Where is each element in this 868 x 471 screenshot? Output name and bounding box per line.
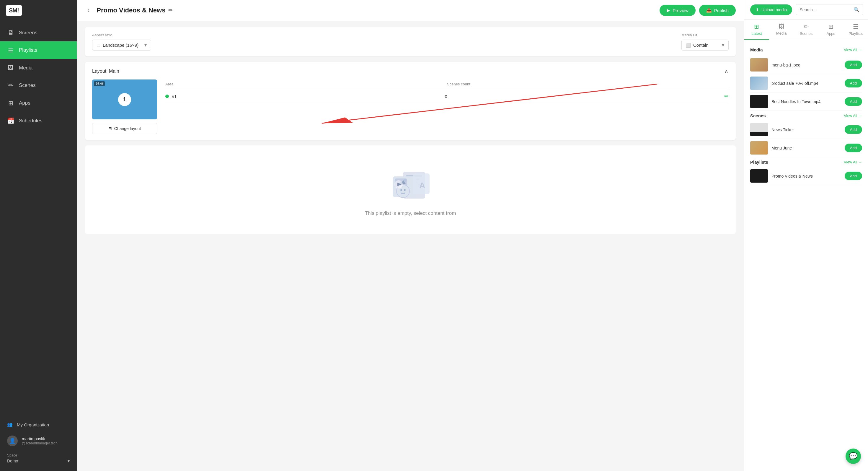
publish-button[interactable]: 📤 Publish xyxy=(699,5,736,16)
layout-card: Layout: Main ∧ 16×9 1 ⊞ Change layout xyxy=(85,62,736,140)
change-layout-label: Change layout xyxy=(114,126,141,131)
tab-media-label: Media xyxy=(776,31,786,35)
empty-state-card: A This playlist is empty, select content… xyxy=(85,145,736,234)
playlist-thumbnail xyxy=(750,169,768,183)
media-item-name: product sale 70% off.mp4 xyxy=(771,81,841,86)
sidebar-item-label: Schedules xyxy=(19,118,42,124)
aspect-ratio-group: Aspect ratio ▭ Landscape (16×9) ▾ xyxy=(92,33,151,51)
space-value: Demo xyxy=(7,459,18,463)
layout-label: Layout: xyxy=(92,68,109,73)
media-fit-group: Media Fit ⬜ Contain ▾ xyxy=(681,33,728,51)
tab-apps[interactable]: ⊞ Apps xyxy=(818,20,843,40)
apps-icon: ⊞ xyxy=(7,99,14,107)
add-media-0-button[interactable]: Add xyxy=(845,61,862,69)
back-button[interactable]: ‹ xyxy=(85,5,92,16)
media-view-all[interactable]: View All → xyxy=(844,48,862,52)
upload-media-button[interactable]: ⬆ Upload media xyxy=(750,4,792,15)
edit-title-icon[interactable]: ✏ xyxy=(168,7,173,13)
tab-apps-label: Apps xyxy=(826,31,835,36)
list-item: Promo Videos & News Add xyxy=(750,167,862,185)
aspect-ratio-select[interactable]: ▭ Landscape (16×9) ▾ xyxy=(92,39,151,51)
add-media-1-button[interactable]: Add xyxy=(845,79,862,87)
sidebar-item-schedules[interactable]: 📅 Schedules xyxy=(0,112,77,130)
org-item[interactable]: 👥 My Organization xyxy=(0,418,77,432)
thumb-playlist xyxy=(750,169,768,183)
user-item[interactable]: 👤 martin.pavlik @screenmanager.tech xyxy=(0,432,77,450)
upload-label: Upload media xyxy=(762,7,787,12)
upload-icon: ⬆ xyxy=(755,7,759,12)
areas-header: Area Scenes count xyxy=(165,80,728,89)
chat-button[interactable]: 💬 xyxy=(845,448,861,464)
chat-icon: 💬 xyxy=(849,452,858,460)
settings-row: Aspect ratio ▭ Landscape (16×9) ▾ Media … xyxy=(92,33,728,51)
media-fit-label: Media Fit xyxy=(681,33,728,37)
layout-name: Main xyxy=(109,68,119,73)
add-scene-0-button[interactable]: Add xyxy=(845,125,862,134)
preview-area-circle: 1 xyxy=(118,93,131,106)
media-item-name: Best Noodles In Town.mp4 xyxy=(771,99,841,104)
sidebar-item-apps[interactable]: ⊞ Apps xyxy=(0,94,77,112)
media-fit-value: Contain xyxy=(693,42,709,48)
tab-playlists-label: Playlists xyxy=(848,31,863,36)
org-label: My Organization xyxy=(17,422,49,427)
area-col-header: Area xyxy=(165,82,447,86)
preview-button[interactable]: ▶ Preview xyxy=(659,5,695,16)
tab-media[interactable]: 🖼 Media xyxy=(769,20,794,40)
playlists-section-header: Playlists View All → xyxy=(750,159,862,165)
apps-tab-icon: ⊞ xyxy=(829,23,833,30)
grid-icon: ⊞ xyxy=(108,126,112,131)
space-section: Space Demo ▾ xyxy=(0,450,77,466)
media-fit-select[interactable]: ⬜ Contain ▾ xyxy=(681,39,728,51)
contain-icon: ⬜ xyxy=(686,43,691,48)
sidebar-item-media[interactable]: 🖼 Media xyxy=(0,59,77,77)
aspect-ratio-card: Aspect ratio ▭ Landscape (16×9) ▾ Media … xyxy=(85,27,736,56)
media-section-title: Media xyxy=(750,47,763,52)
scene-item-name: Menu June xyxy=(771,146,841,150)
empty-state-text: This playlist is empty, select content f… xyxy=(365,210,456,216)
table-row: #1 0 ✏ xyxy=(165,89,728,104)
thumb-product xyxy=(750,77,768,90)
edit-area-button[interactable]: ✏ xyxy=(724,93,728,99)
panel-tabs: ⊞ Latest 🖼 Media ✏ Scenes ⊞ Apps ☰ Playl… xyxy=(744,20,868,40)
layout-header: Layout: Main ∧ xyxy=(92,68,728,75)
svg-point-10 xyxy=(404,179,407,182)
org-icon: 👥 xyxy=(7,422,13,427)
scenes-count: 0 xyxy=(445,94,724,99)
scenes-icon: ✏ xyxy=(7,82,14,89)
media-thumbnail xyxy=(750,58,768,71)
scenes-view-all[interactable]: View All → xyxy=(844,114,862,118)
add-scene-1-button[interactable]: Add xyxy=(845,144,862,152)
publish-label: Publish xyxy=(714,8,728,13)
media-tab-icon: 🖼 xyxy=(779,23,784,30)
schedules-icon: 📅 xyxy=(7,117,14,124)
svg-point-13 xyxy=(404,189,406,191)
playlists-section-title: Playlists xyxy=(750,159,768,165)
list-item: product sale 70% off.mp4 Add xyxy=(750,74,862,92)
collapse-button[interactable]: ∧ xyxy=(724,68,728,75)
add-media-2-button[interactable]: Add xyxy=(845,97,862,106)
scenes-section-title: Scenes xyxy=(750,113,766,118)
tab-playlists[interactable]: ☰ Playlists xyxy=(843,20,868,40)
svg-text:A: A xyxy=(419,181,425,190)
list-item: Menu June Add xyxy=(750,139,862,157)
tab-scenes[interactable]: ✏ Scenes xyxy=(794,20,819,40)
add-playlist-0-button[interactable]: Add xyxy=(845,172,862,180)
user-email: @screenmanager.tech xyxy=(22,441,58,445)
media-thumbnail xyxy=(750,95,768,108)
page-header: ‹ Promo Videos & News ✏ ▶ Preview 📤 Publ… xyxy=(77,0,744,21)
sidebar-nav: 🖥 Screens ☰ Playlists 🖼 Media ✏ Scenes ⊞… xyxy=(0,21,77,413)
search-input[interactable] xyxy=(800,7,851,12)
playlists-view-all[interactable]: View All → xyxy=(844,160,862,164)
tab-latest[interactable]: ⊞ Latest xyxy=(744,20,769,40)
user-info: martin.pavlik @screenmanager.tech xyxy=(22,436,58,445)
playlists-icon: ☰ xyxy=(7,47,14,54)
sidebar-item-scenes[interactable]: ✏ Scenes xyxy=(0,77,77,94)
panel-header: ⬆ Upload media 🔍 xyxy=(744,0,868,20)
latest-tab-icon: ⊞ xyxy=(754,23,759,30)
thumb-menu-june xyxy=(750,141,768,154)
sidebar-item-screens[interactable]: 🖥 Screens xyxy=(0,24,77,41)
right-panel: ⬆ Upload media 🔍 ⊞ Latest 🖼 Media ✏ Scen… xyxy=(744,0,868,471)
change-layout-button[interactable]: ⊞ Change layout xyxy=(92,123,157,134)
sidebar-item-playlists[interactable]: ☰ Playlists xyxy=(0,41,77,59)
playlists-tab-icon: ☰ xyxy=(853,23,858,30)
